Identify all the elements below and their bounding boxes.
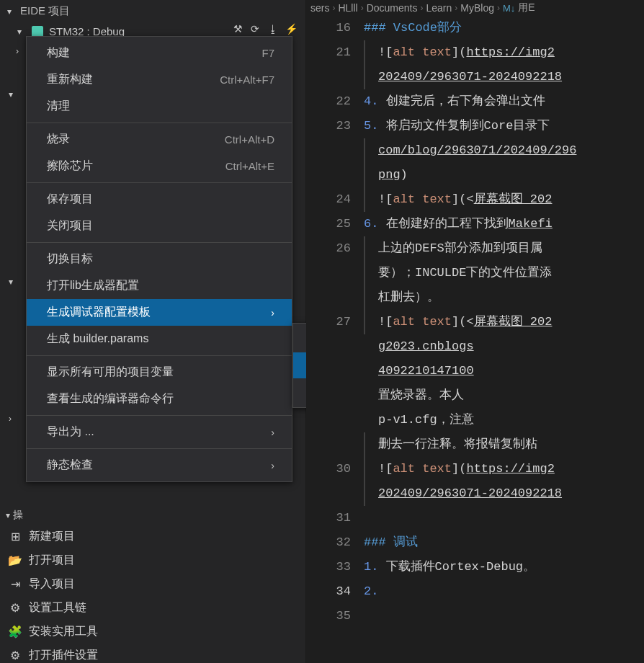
line-content[interactable]: ### 调试 (364, 530, 644, 555)
flash-icon[interactable]: ⭳ (268, 23, 281, 36)
ctx-item[interactable]: 导出为 ...› (27, 419, 292, 445)
breadcrumb-segment[interactable]: Documents (367, 2, 418, 14)
line-number: 32 (306, 530, 364, 555)
breadcrumb-segment[interactable]: HLlll (338, 2, 357, 14)
ctx-item[interactable]: 构建F7 (27, 40, 292, 66)
code-line[interactable]: 32### 调试 (306, 530, 644, 555)
chevron-right-icon: › (271, 307, 274, 319)
line-content[interactable]: g2023.cnblogs (364, 334, 644, 359)
line-content[interactable]: 2. (364, 579, 644, 604)
code-line[interactable]: 235. 将启动文件复制到Core目录下 (306, 114, 644, 138)
op-open-project[interactable]: 📂打开项目 (0, 548, 305, 572)
chevron-right-icon[interactable]: › (16, 46, 24, 56)
chevron-right-icon: › (271, 460, 274, 471)
ctx-item[interactable]: 生成调试器配置模板› (27, 299, 292, 326)
code-line[interactable]: 30![alt text](https://img2 (306, 457, 644, 481)
ctx-item[interactable]: 生成 builder.params (27, 326, 292, 352)
code-line[interactable]: 16### VsCode部分 (306, 16, 644, 40)
code-line[interactable]: 杠删去）。 (306, 285, 644, 310)
code-line[interactable]: 要）；INCULDE下的文件位置添 (306, 261, 644, 285)
line-content[interactable]: 202409/2963071-2024092218 (364, 65, 644, 89)
code-line[interactable]: 置烧录器。本人 (306, 383, 644, 408)
chevron-down-icon: ▾ (7, 6, 16, 17)
ctx-item[interactable]: 静态检查› (27, 452, 292, 479)
context-menu: 构建F7重新构建Ctrl+Alt+F7清理烧录Ctrl+Alt+D擦除芯片Ctr… (26, 36, 292, 482)
code-line[interactable]: png) (306, 163, 644, 187)
line-content[interactable]: 4092210147100 (364, 359, 644, 383)
code-line[interactable]: 331. 下载插件Cortex-Debug。 (306, 555, 644, 579)
debug-icon[interactable]: ⚡ (285, 23, 298, 36)
ops-section-title[interactable]: ▾ 操 (0, 506, 305, 525)
ctx-item[interactable]: 烧录Ctrl+Alt+D (27, 126, 292, 153)
context-separator (27, 123, 292, 123)
chevron-down-icon[interactable]: ▾ (9, 277, 17, 287)
code-line[interactable]: 删去一行注释。将报错复制粘 (306, 432, 644, 457)
line-content[interactable]: 上边的DEFS部分添加到项目属 (364, 236, 644, 261)
ctx-item[interactable]: 关闭项目 (27, 213, 292, 239)
code-line[interactable]: 24![alt text](<屏幕截图 202 (306, 187, 644, 212)
line-content[interactable]: png) (364, 163, 644, 187)
line-content[interactable]: 删去一行注释。将报错复制粘 (364, 432, 644, 457)
ctx-item[interactable]: 重新构建Ctrl+Alt+F7 (27, 66, 292, 93)
ctx-item[interactable]: 切换目标 (27, 246, 292, 272)
sidebar-section-title[interactable]: ▾ EIDE 项目 (0, 0, 305, 22)
op-set-toolchain[interactable]: ⚙设置工具链 (0, 596, 305, 620)
build-icon[interactable]: ⚒ (233, 23, 246, 36)
line-content[interactable]: ![alt text](<屏幕截图 202 (364, 187, 644, 212)
code-line[interactable]: 202409/2963071-2024092218 (306, 65, 644, 89)
op-import-project[interactable]: ⇥导入项目 (0, 572, 305, 596)
ctx-item[interactable]: 打开lib生成器配置 (27, 272, 292, 299)
code-editor[interactable]: 16### VsCode部分21![alt text](https://img2… (306, 16, 644, 628)
code-line[interactable]: 35 (306, 604, 644, 628)
chevron-right-icon: › (455, 3, 457, 13)
code-line[interactable]: 4092210147100 (306, 359, 644, 383)
code-line[interactable]: p-v1.cfg，注意 (306, 408, 644, 432)
line-content[interactable]: 1. 下载插件Cortex-Debug。 (364, 555, 644, 579)
ctx-item[interactable]: 清理 (27, 93, 292, 120)
breadcrumb-segment[interactable]: sers (310, 2, 329, 14)
breadcrumb-segment[interactable]: MyBlog (460, 2, 494, 14)
line-content[interactable]: 4. 创建完后，右下角会弹出文件 (364, 89, 644, 114)
code-line[interactable]: 31 (306, 506, 644, 530)
breadcrumb-segment[interactable]: Learn (426, 2, 452, 14)
code-line[interactable]: 202409/2963071-2024092218 (306, 481, 644, 506)
ctx-item[interactable]: 擦除芯片Ctrl+Alt+E (27, 153, 292, 179)
code-line[interactable]: 342. (306, 579, 644, 604)
line-content[interactable]: ![alt text](<屏幕截图 202 (364, 310, 644, 334)
op-new-project[interactable]: ⊞新建项目 (0, 525, 305, 548)
code-line[interactable]: g2023.cnblogs (306, 334, 644, 359)
chevron-down-icon[interactable]: ▾ (9, 89, 17, 99)
code-line[interactable]: 21![alt text](https://img2 (306, 40, 644, 65)
code-line[interactable]: 256. 在创建好的工程下找到Makefi (306, 212, 644, 236)
line-content[interactable]: 6. 在创建好的工程下找到Makefi (364, 212, 644, 236)
shortcut-label: F7 (261, 47, 274, 59)
ctx-item[interactable]: 保存项目 (27, 186, 292, 213)
code-line[interactable]: com/blog/2963071/202409/296 (306, 138, 644, 163)
chevron-right-icon[interactable]: › (9, 414, 17, 424)
breadcrumb-file[interactable]: 用E (518, 1, 535, 14)
op-install-utils[interactable]: 🧩安装实用工具 (0, 620, 305, 644)
code-line[interactable]: 224. 创建完后，右下角会弹出文件 (306, 89, 644, 114)
op-label: 打开项目 (29, 553, 75, 568)
op-open-plugin-settings[interactable]: ⚙打开插件设置 (0, 644, 305, 663)
ctx-item[interactable]: 显示所有可用的项目变量 (27, 359, 292, 386)
line-content[interactable]: 202409/2963071-2024092218 (364, 481, 644, 506)
line-content[interactable]: 5. 将启动文件复制到Core目录下 (364, 114, 644, 138)
line-content[interactable]: ![alt text](https://img2 (364, 40, 644, 65)
import-project-icon: ⇥ (9, 578, 22, 591)
line-content[interactable]: com/blog/2963071/202409/296 (364, 138, 644, 163)
line-content[interactable]: p-v1.cfg，注意 (364, 408, 644, 432)
ctx-item[interactable]: 查看生成的编译器命令行 (27, 386, 292, 412)
code-line[interactable]: 27![alt text](<屏幕截图 202 (306, 310, 644, 334)
breadcrumb[interactable]: sers›HLlll›Documents›Learn›MyBlog›M↓ 用E (306, 0, 644, 16)
line-content[interactable]: 要）；INCULDE下的文件位置添 (364, 261, 644, 285)
clean-icon[interactable]: ⟳ (251, 23, 264, 36)
line-content[interactable]: 杠删去）。 (364, 285, 644, 310)
op-label: 打开插件设置 (29, 648, 98, 663)
ctx-item-label: 烧录 (47, 132, 70, 147)
line-content[interactable]: ![alt text](https://img2 (364, 457, 644, 481)
line-content[interactable]: ### VsCode部分 (364, 16, 644, 40)
code-line[interactable]: 26上边的DEFS部分添加到项目属 (306, 236, 644, 261)
line-content[interactable]: 置烧录器。本人 (364, 383, 644, 408)
context-separator (27, 448, 292, 449)
